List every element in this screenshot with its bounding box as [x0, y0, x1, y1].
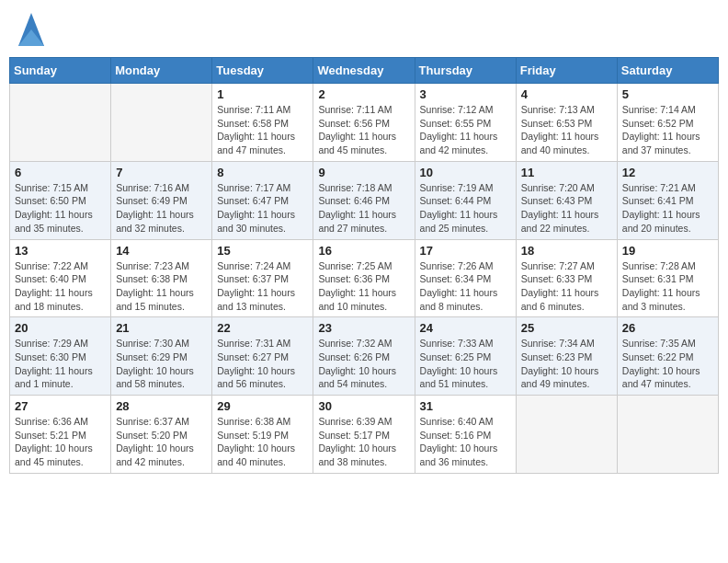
day-detail: Sunrise: 7:35 AMSunset: 6:22 PMDaylight:…	[622, 337, 713, 391]
day-detail: Sunrise: 7:32 AMSunset: 6:26 PMDaylight:…	[318, 337, 409, 391]
calendar-day-header: Thursday	[415, 58, 516, 84]
calendar-day-cell: 26Sunrise: 7:35 AMSunset: 6:22 PMDayligh…	[617, 317, 718, 396]
calendar-day-cell: 27Sunrise: 6:36 AMSunset: 5:21 PMDayligh…	[10, 396, 111, 474]
day-detail: Sunrise: 6:36 AMSunset: 5:21 PMDaylight:…	[15, 415, 106, 469]
calendar-week-row: 13Sunrise: 7:22 AMSunset: 6:40 PMDayligh…	[10, 239, 719, 317]
calendar-day-cell: 14Sunrise: 7:23 AMSunset: 6:38 PMDayligh…	[111, 239, 212, 317]
calendar-day-cell: 13Sunrise: 7:22 AMSunset: 6:40 PMDayligh…	[10, 239, 111, 317]
day-detail: Sunrise: 7:26 AMSunset: 6:34 PMDaylight:…	[420, 259, 511, 314]
day-number: 31	[420, 399, 511, 413]
calendar-week-row: 1Sunrise: 7:11 AMSunset: 6:58 PMDaylight…	[10, 84, 719, 162]
calendar-day-cell	[516, 396, 617, 474]
calendar-day-cell: 19Sunrise: 7:28 AMSunset: 6:31 PMDayligh…	[617, 239, 718, 317]
calendar-day-cell: 20Sunrise: 7:29 AMSunset: 6:30 PMDayligh…	[10, 317, 111, 396]
calendar-day-cell: 10Sunrise: 7:19 AMSunset: 6:44 PMDayligh…	[415, 161, 516, 239]
calendar-day-cell: 1Sunrise: 7:11 AMSunset: 6:58 PMDaylight…	[212, 84, 313, 162]
day-detail: Sunrise: 7:29 AMSunset: 6:30 PMDaylight:…	[15, 337, 106, 391]
day-detail: Sunrise: 7:15 AMSunset: 6:50 PMDaylight:…	[15, 181, 106, 236]
day-detail: Sunrise: 7:27 AMSunset: 6:33 PMDaylight:…	[521, 259, 612, 314]
day-number: 12	[622, 166, 713, 179]
day-detail: Sunrise: 7:28 AMSunset: 6:31 PMDaylight:…	[622, 259, 713, 314]
calendar-table: SundayMondayTuesdayWednesdayThursdayFrid…	[9, 57, 719, 474]
logo-icon	[18, 13, 44, 46]
calendar-day-header: Monday	[111, 58, 212, 84]
day-number: 11	[521, 166, 612, 179]
calendar-day-cell: 17Sunrise: 7:26 AMSunset: 6:34 PMDayligh…	[415, 239, 516, 317]
day-number: 2	[318, 87, 409, 101]
day-detail: Sunrise: 7:11 AMSunset: 6:56 PMDaylight:…	[318, 103, 409, 157]
day-number: 24	[420, 321, 511, 335]
day-detail: Sunrise: 7:14 AMSunset: 6:52 PMDaylight:…	[622, 103, 713, 157]
day-number: 9	[318, 166, 409, 179]
day-number: 25	[521, 321, 612, 335]
day-detail: Sunrise: 7:13 AMSunset: 6:53 PMDaylight:…	[521, 103, 612, 157]
calendar-day-cell: 18Sunrise: 7:27 AMSunset: 6:33 PMDayligh…	[516, 239, 617, 317]
calendar-header-row: SundayMondayTuesdayWednesdayThursdayFrid…	[10, 58, 719, 84]
day-detail: Sunrise: 7:24 AMSunset: 6:37 PMDaylight:…	[217, 259, 308, 314]
day-detail: Sunrise: 7:33 AMSunset: 6:25 PMDaylight:…	[420, 337, 511, 391]
day-detail: Sunrise: 6:37 AMSunset: 5:20 PMDaylight:…	[116, 415, 207, 469]
calendar-day-cell: 31Sunrise: 6:40 AMSunset: 5:16 PMDayligh…	[415, 396, 516, 474]
calendar-day-cell: 7Sunrise: 7:16 AMSunset: 6:49 PMDaylight…	[111, 161, 212, 239]
day-number: 29	[217, 399, 308, 413]
day-number: 16	[318, 244, 409, 258]
calendar-day-cell: 6Sunrise: 7:15 AMSunset: 6:50 PMDaylight…	[10, 161, 111, 239]
calendar-day-header: Saturday	[617, 58, 718, 84]
calendar-day-cell	[111, 84, 212, 162]
page-header	[9, 9, 719, 50]
day-number: 21	[116, 321, 207, 335]
day-number: 27	[15, 399, 106, 413]
day-detail: Sunrise: 7:12 AMSunset: 6:55 PMDaylight:…	[420, 103, 511, 157]
calendar-day-cell: 11Sunrise: 7:20 AMSunset: 6:43 PMDayligh…	[516, 161, 617, 239]
calendar-week-row: 6Sunrise: 7:15 AMSunset: 6:50 PMDaylight…	[10, 161, 719, 239]
day-detail: Sunrise: 7:11 AMSunset: 6:58 PMDaylight:…	[217, 103, 308, 157]
day-number: 30	[318, 399, 409, 413]
calendar-day-cell	[10, 84, 111, 162]
calendar-day-cell	[617, 396, 718, 474]
calendar-day-header: Wednesday	[313, 58, 415, 84]
day-number: 4	[521, 87, 612, 101]
day-number: 18	[521, 244, 612, 258]
day-number: 23	[318, 321, 409, 335]
day-detail: Sunrise: 7:19 AMSunset: 6:44 PMDaylight:…	[420, 181, 511, 236]
day-number: 17	[420, 244, 511, 258]
day-number: 28	[116, 399, 207, 413]
day-detail: Sunrise: 7:23 AMSunset: 6:38 PMDaylight:…	[116, 259, 207, 314]
logo	[17, 13, 44, 46]
calendar-day-cell: 3Sunrise: 7:12 AMSunset: 6:55 PMDaylight…	[415, 84, 516, 162]
day-number: 26	[622, 321, 713, 335]
calendar-day-cell: 9Sunrise: 7:18 AMSunset: 6:46 PMDaylight…	[313, 161, 415, 239]
day-detail: Sunrise: 6:38 AMSunset: 5:19 PMDaylight:…	[217, 415, 308, 469]
calendar-day-cell: 5Sunrise: 7:14 AMSunset: 6:52 PMDaylight…	[617, 84, 718, 162]
day-detail: Sunrise: 7:22 AMSunset: 6:40 PMDaylight:…	[15, 259, 106, 314]
day-number: 19	[622, 244, 713, 258]
calendar-day-cell: 4Sunrise: 7:13 AMSunset: 6:53 PMDaylight…	[516, 84, 617, 162]
day-number: 14	[116, 244, 207, 258]
calendar-day-header: Tuesday	[212, 58, 313, 84]
day-number: 15	[217, 244, 308, 258]
calendar-day-cell: 28Sunrise: 6:37 AMSunset: 5:20 PMDayligh…	[111, 396, 212, 474]
calendar-week-row: 20Sunrise: 7:29 AMSunset: 6:30 PMDayligh…	[10, 317, 719, 396]
calendar-week-row: 27Sunrise: 6:36 AMSunset: 5:21 PMDayligh…	[10, 396, 719, 474]
day-number: 3	[420, 87, 511, 101]
day-number: 5	[622, 87, 713, 101]
day-detail: Sunrise: 7:31 AMSunset: 6:27 PMDaylight:…	[217, 337, 308, 391]
day-number: 8	[217, 166, 308, 179]
calendar-day-cell: 29Sunrise: 6:38 AMSunset: 5:19 PMDayligh…	[212, 396, 313, 474]
calendar-day-cell: 21Sunrise: 7:30 AMSunset: 6:29 PMDayligh…	[111, 317, 212, 396]
calendar-day-cell: 30Sunrise: 6:39 AMSunset: 5:17 PMDayligh…	[313, 396, 415, 474]
calendar-day-cell: 22Sunrise: 7:31 AMSunset: 6:27 PMDayligh…	[212, 317, 313, 396]
day-number: 22	[217, 321, 308, 335]
day-detail: Sunrise: 6:39 AMSunset: 5:17 PMDaylight:…	[318, 415, 409, 469]
day-detail: Sunrise: 7:25 AMSunset: 6:36 PMDaylight:…	[318, 259, 409, 314]
calendar-day-cell: 8Sunrise: 7:17 AMSunset: 6:47 PMDaylight…	[212, 161, 313, 239]
day-detail: Sunrise: 7:30 AMSunset: 6:29 PMDaylight:…	[116, 337, 207, 391]
day-detail: Sunrise: 7:34 AMSunset: 6:23 PMDaylight:…	[521, 337, 612, 391]
day-number: 6	[15, 166, 106, 179]
day-detail: Sunrise: 7:17 AMSunset: 6:47 PMDaylight:…	[217, 181, 308, 236]
calendar-day-cell: 23Sunrise: 7:32 AMSunset: 6:26 PMDayligh…	[313, 317, 415, 396]
calendar-day-header: Sunday	[10, 58, 111, 84]
day-number: 10	[420, 166, 511, 179]
day-detail: Sunrise: 7:21 AMSunset: 6:41 PMDaylight:…	[622, 181, 713, 236]
calendar-day-cell: 24Sunrise: 7:33 AMSunset: 6:25 PMDayligh…	[415, 317, 516, 396]
